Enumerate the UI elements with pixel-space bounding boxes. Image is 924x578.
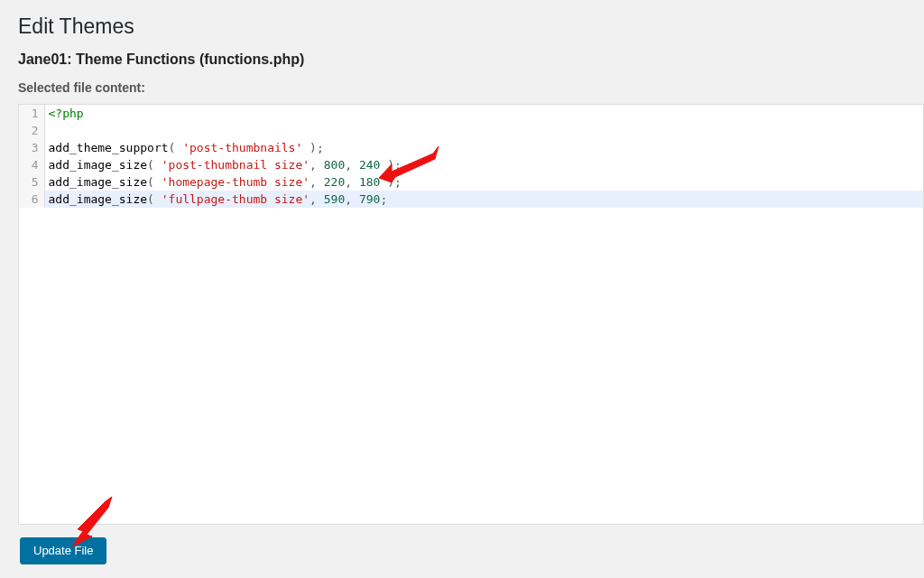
line-number: 5 — [19, 173, 44, 191]
line-number: 2 — [19, 122, 44, 139]
page-title: Edit Themes — [18, 14, 924, 39]
code-content[interactable]: add_image_size( 'homepage-thumb size', 2… — [44, 173, 923, 191]
code-content[interactable]: <?php — [44, 105, 923, 122]
code-content[interactable]: add_theme_support( 'post-thumbnails' ); — [44, 139, 923, 156]
code-line[interactable]: 3add_theme_support( 'post-thumbnails' ); — [19, 139, 923, 156]
update-file-button[interactable]: Update File — [20, 537, 106, 564]
line-number: 3 — [19, 139, 44, 156]
line-number: 1 — [19, 105, 44, 122]
line-number: 4 — [19, 156, 44, 173]
file-heading: Jane01: Theme Functions (functions.php) — [18, 51, 924, 68]
code-editor[interactable]: 1<?php2 3add_theme_support( 'post-thumbn… — [18, 104, 924, 525]
code-line[interactable]: 4add_image_size( 'post-thumbnail size', … — [19, 156, 923, 173]
selected-file-label: Selected file content: — [18, 80, 924, 95]
code-line[interactable]: 2 — [19, 122, 923, 139]
code-line[interactable]: 6add_image_size( 'fullpage-thumb size', … — [19, 191, 923, 208]
code-content[interactable] — [44, 122, 923, 139]
code-line[interactable]: 5add_image_size( 'homepage-thumb size', … — [19, 173, 923, 191]
line-number: 6 — [19, 191, 44, 208]
code-content[interactable]: add_image_size( 'fullpage-thumb size', 5… — [44, 191, 923, 208]
code-line[interactable]: 1<?php — [19, 105, 923, 122]
code-content[interactable]: add_image_size( 'post-thumbnail size', 8… — [44, 156, 923, 173]
